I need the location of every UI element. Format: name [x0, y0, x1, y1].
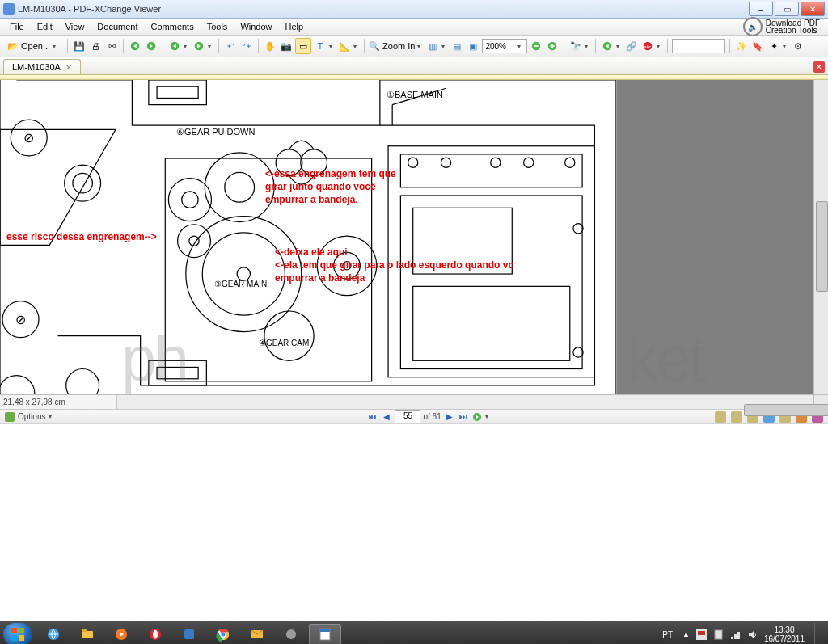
rotate-ccw-button[interactable]: ↶: [223, 39, 238, 53]
menu-help[interactable]: Help: [279, 20, 310, 33]
email-button[interactable]: ✉: [104, 39, 119, 53]
close-button[interactable]: ✕: [801, 2, 825, 16]
menu-file[interactable]: File: [3, 20, 31, 33]
next-page-button[interactable]: ▶: [444, 411, 455, 423]
taskbar-explorer[interactable]: [71, 624, 104, 644]
close-all-tabs-button[interactable]: ✕: [813, 61, 825, 73]
chevron-down-icon[interactable]: ▾: [616, 43, 623, 50]
start-button[interactable]: [3, 623, 32, 644]
chevron-down-icon[interactable]: ▾: [783, 43, 789, 50]
menu-edit[interactable]: Edit: [31, 20, 59, 33]
chevron-down-icon[interactable]: ▾: [184, 43, 190, 50]
page-view[interactable]: ⊘ ⊘: [0, 80, 617, 394]
first-page-button[interactable]: ⏮: [367, 411, 378, 423]
menu-view[interactable]: View: [59, 20, 91, 33]
volume-icon[interactable]: [747, 629, 758, 640]
fit-page-button[interactable]: ▣: [466, 39, 480, 53]
svg-rect-5: [534, 45, 539, 47]
chevron-down-icon[interactable]: ▾: [353, 43, 360, 50]
promo-download-pdf-tools[interactable]: 🔈 Download PDF Creation Tools: [743, 17, 825, 36]
hand-tool-button[interactable]: ✋: [263, 39, 277, 53]
document-tab[interactable]: LM-M1030A ✕: [3, 59, 81, 74]
empty-canvas-area: [617, 80, 828, 394]
taskbar-app-a[interactable]: [173, 624, 205, 644]
svg-point-38: [408, 158, 418, 167]
fit-width-button[interactable]: ▥: [425, 39, 440, 53]
redo-button[interactable]: [144, 39, 158, 53]
tool-b[interactable]: 🔖: [750, 39, 765, 53]
chevron-down-icon[interactable]: ▾: [657, 43, 663, 50]
save-button[interactable]: 💾: [72, 39, 87, 53]
chevron-down-icon[interactable]: ▾: [329, 43, 336, 50]
zoom-in-button[interactable]: 🔍 Zoom In ▾: [369, 41, 424, 52]
actual-size-button[interactable]: ▤: [450, 39, 464, 53]
chevron-down-icon[interactable]: ▾: [441, 43, 448, 50]
taskbar-pdfx[interactable]: [309, 624, 341, 644]
actual-size-icon: ▤: [453, 41, 461, 52]
find-button[interactable]: 🔭: [568, 39, 583, 53]
menu-window[interactable]: Window: [234, 20, 278, 33]
zoom-select[interactable]: 200% ▾: [482, 39, 527, 53]
minimize-button[interactable]: –: [749, 2, 773, 16]
svg-rect-8: [552, 44, 554, 48]
chevron-down-icon[interactable]: ▾: [585, 43, 591, 50]
layout-single-icon[interactable]: [715, 411, 726, 423]
network-icon[interactable]: [730, 629, 741, 640]
menu-tools[interactable]: Tools: [201, 20, 234, 33]
svg-point-22: [205, 153, 274, 222]
zoom-in-round-button[interactable]: [545, 39, 560, 53]
taskbar-wmp[interactable]: [105, 624, 137, 644]
next-view-button[interactable]: [192, 39, 206, 53]
zoom-in-label: Zoom In: [382, 41, 415, 51]
menu-document[interactable]: Document: [91, 20, 144, 33]
chevron-down-icon[interactable]: ▾: [485, 413, 492, 420]
vertical-scrollbar[interactable]: [813, 80, 828, 394]
taskbar-app-b[interactable]: [275, 624, 307, 644]
taskbar-ie[interactable]: [37, 624, 70, 644]
text-select-button[interactable]: Ꭲ: [313, 39, 327, 53]
svg-rect-72: [734, 634, 737, 639]
workspace: ⊘ ⊘: [0, 80, 828, 394]
scrollbar-thumb[interactable]: [816, 201, 828, 292]
menu-comments[interactable]: Comments: [145, 20, 201, 33]
open-button[interactable]: 📂 Open... ▾: [3, 37, 63, 55]
options-button[interactable]: Options ▾: [0, 412, 60, 422]
zoom-out-round-button[interactable]: [529, 39, 543, 53]
search-input[interactable]: [672, 39, 725, 53]
chevron-down-icon[interactable]: ▾: [208, 43, 214, 50]
snapshot-button[interactable]: 📷: [279, 39, 294, 53]
tool-c[interactable]: ✦: [767, 39, 781, 53]
taskbar-chrome[interactable]: [207, 624, 239, 644]
language-indicator[interactable]: PT: [659, 630, 676, 639]
undo-button[interactable]: [128, 39, 142, 53]
svg-text:abc: abc: [644, 44, 652, 49]
close-tab-icon[interactable]: ✕: [65, 63, 72, 72]
tool-a[interactable]: ✨: [734, 39, 749, 53]
tray-chevron-up-icon[interactable]: ▲: [682, 630, 690, 638]
taskbar-clock[interactable]: 13:30 16/07/2011: [764, 625, 805, 643]
measure-button[interactable]: 📐: [337, 39, 352, 53]
svg-rect-52: [11, 628, 17, 633]
show-desktop-button[interactable]: [814, 623, 822, 644]
print-button[interactable]: 🖨: [88, 39, 103, 53]
svg-point-16: [65, 165, 101, 201]
nav-round-button[interactable]: [471, 411, 483, 423]
page-number-input[interactable]: 55: [395, 410, 420, 423]
prev-page-button[interactable]: ◀: [381, 411, 392, 423]
scrollbar-thumb[interactable]: [744, 404, 828, 416]
taskbar-mail[interactable]: [241, 624, 273, 644]
layout-continuous-icon[interactable]: [731, 411, 742, 423]
taskbar-opera[interactable]: [139, 624, 171, 644]
abc-button[interactable]: abc: [640, 39, 655, 53]
tool-d[interactable]: ⚙: [791, 39, 805, 53]
last-page-button[interactable]: ⏭: [458, 411, 469, 423]
select-tool-button[interactable]: ▭: [295, 38, 311, 54]
prev-round-button[interactable]: [600, 39, 615, 53]
chevron-down-icon: ▾: [518, 43, 524, 50]
action-center-icon[interactable]: [713, 629, 724, 640]
maximize-button[interactable]: ▭: [775, 2, 799, 16]
prev-view-button[interactable]: [167, 39, 182, 53]
link-button[interactable]: 🔗: [624, 39, 639, 53]
flag-icon[interactable]: [696, 629, 707, 640]
rotate-cw-button[interactable]: ↷: [239, 39, 254, 53]
